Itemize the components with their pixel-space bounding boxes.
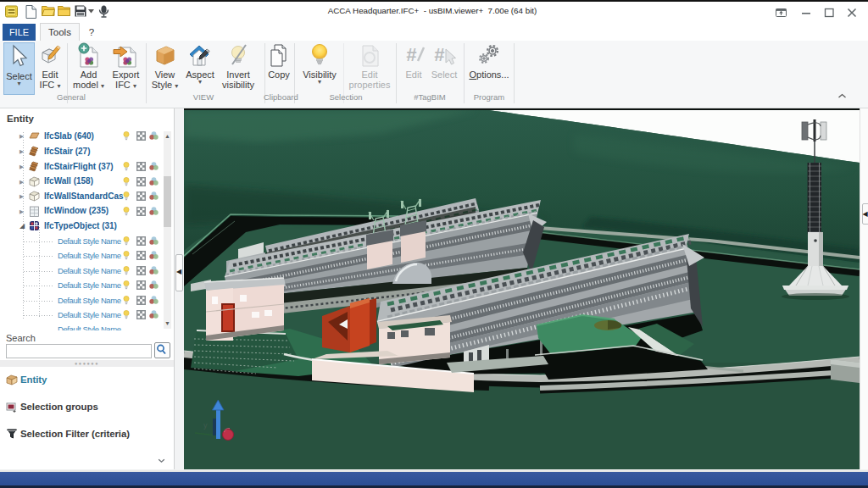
svg-text:#: #: [406, 44, 417, 65]
svg-text:#: #: [434, 44, 445, 65]
svg-text:y: y: [203, 421, 208, 430]
